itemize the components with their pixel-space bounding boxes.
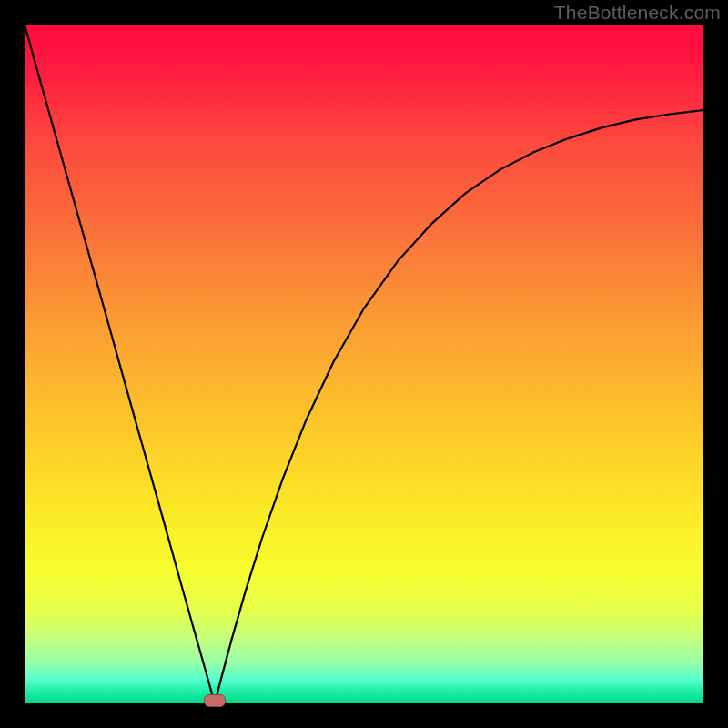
minimum-marker (204, 694, 226, 707)
watermark-text: TheBottleneck.com (554, 2, 721, 24)
chart-frame (25, 25, 703, 703)
chart-background (25, 25, 703, 703)
bottleneck-chart (25, 25, 703, 703)
